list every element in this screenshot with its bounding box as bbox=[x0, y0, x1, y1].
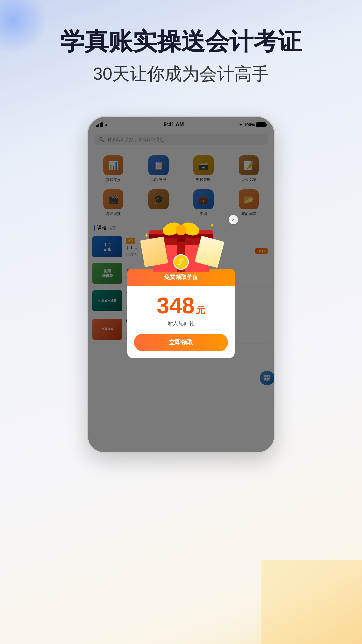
main-title: 学真账实操送会计考证 bbox=[20, 27, 342, 56]
phone-screen: ▲ 9:41 AM ✦ 100% 🔍 财会名师亲授，直击就业痛点 bbox=[88, 117, 274, 452]
close-icon: × bbox=[232, 217, 235, 222]
gift-popup: × bbox=[127, 212, 235, 358]
sub-title: 30天让你成为会计高手 bbox=[20, 62, 342, 86]
sparkle-2: ✦ bbox=[209, 222, 215, 229]
popup-body: 348 元 新人见面礼 立即领取 bbox=[127, 286, 235, 358]
gift-box: 开 ✦ ✦ ✦ bbox=[147, 212, 215, 272]
popup-amount-line: 348 元 bbox=[134, 294, 228, 317]
popup-unit: 元 bbox=[196, 305, 205, 315]
popup-desc: 新人见面礼 bbox=[134, 320, 228, 327]
header-area: 学真账实操送会计考证 30天让你成为会计高手 bbox=[0, 0, 362, 116]
bg-decoration-br bbox=[261, 560, 362, 644]
phone-frame: ▲ 9:41 AM ✦ 100% 🔍 财会名师亲授，直击就业痛点 bbox=[87, 116, 275, 453]
phone-mockup: ▲ 9:41 AM ✦ 100% 🔍 财会名师亲授，直击就业痛点 bbox=[87, 116, 275, 453]
gift-image-area: 开 ✦ ✦ ✦ bbox=[127, 212, 235, 272]
popup-amount: 348 bbox=[157, 292, 194, 318]
popup-close-btn[interactable]: × bbox=[229, 215, 238, 224]
card-left bbox=[140, 237, 168, 267]
svg-text:开: 开 bbox=[178, 259, 184, 266]
popup-claim-btn[interactable]: 立即领取 bbox=[134, 334, 228, 351]
sparkle-1: ✦ bbox=[144, 232, 149, 239]
svg-point-8 bbox=[176, 225, 186, 235]
